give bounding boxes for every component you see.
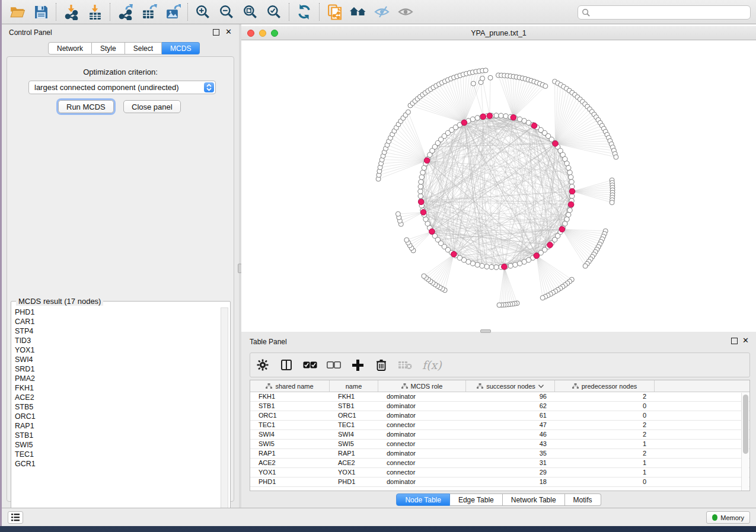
- table-row[interactable]: ACE2ACE2connector311: [250, 459, 749, 468]
- network-node[interactable]: [418, 194, 423, 198]
- clone-network-button[interactable]: [323, 2, 346, 21]
- leaf-node[interactable]: [483, 68, 488, 73]
- network-node[interactable]: [475, 262, 480, 267]
- mcds-hub-node[interactable]: [547, 242, 553, 248]
- leaf-node[interactable]: [488, 75, 493, 80]
- leaf-node[interactable]: [422, 274, 426, 278]
- column-header-shared-name[interactable]: shared name: [250, 380, 330, 392]
- mcds-hub-node[interactable]: [531, 123, 537, 129]
- close-panel-icon[interactable]: ✕: [225, 28, 232, 36]
- column-header-name[interactable]: name: [330, 380, 378, 392]
- hide-selected-button[interactable]: [370, 2, 394, 21]
- network-node[interactable]: [489, 265, 494, 270]
- network-node[interactable]: [499, 113, 503, 118]
- table-row[interactable]: FKH1FKH1dominator962: [250, 392, 749, 402]
- mcds-hub-node[interactable]: [568, 201, 574, 207]
- mcds-hub-node[interactable]: [534, 253, 540, 259]
- import-network-button[interactable]: [59, 2, 83, 21]
- table-row[interactable]: SWI5SWI5connector431: [250, 440, 749, 449]
- delete-column-button[interactable]: [374, 357, 389, 373]
- table-row[interactable]: RAP1RAP1dominator352: [250, 449, 749, 459]
- table-row[interactable]: PHD1PHD1dominator180: [250, 477, 749, 487]
- network-node[interactable]: [569, 180, 574, 184]
- column-header-predecessor-nodes[interactable]: predecessor nodes: [555, 380, 655, 392]
- network-node[interactable]: [566, 165, 571, 170]
- tab-network-table[interactable]: Network Table: [503, 493, 565, 506]
- table-options-button[interactable]: [255, 357, 270, 373]
- leaf-node[interactable]: [583, 264, 588, 268]
- table-row[interactable]: STB1STB1dominator620: [250, 402, 749, 411]
- show-column-button[interactable]: [279, 357, 294, 373]
- zoom-fit-button[interactable]: [238, 2, 262, 21]
- network-node[interactable]: [569, 175, 573, 180]
- network-node[interactable]: [508, 264, 513, 268]
- mcds-hub-node[interactable]: [502, 264, 508, 270]
- column-header-mcds-role[interactable]: MCDS role: [378, 380, 466, 392]
- criterion-dropdown[interactable]: largest connected component (undirected): [28, 81, 216, 94]
- export-network-button[interactable]: [113, 2, 137, 21]
- table-scrollbar-thumb[interactable]: [743, 395, 748, 454]
- mcds-hub-node[interactable]: [480, 114, 486, 120]
- run-mcds-button[interactable]: Run MCDS: [58, 100, 114, 113]
- mcds-hub-node[interactable]: [569, 188, 575, 194]
- network-node[interactable]: [494, 113, 499, 118]
- leaf-node[interactable]: [540, 296, 545, 300]
- select-all-rows-button[interactable]: [302, 357, 318, 373]
- leaf-node[interactable]: [395, 211, 400, 216]
- network-node[interactable]: [567, 208, 572, 213]
- task-history-button[interactable]: [8, 511, 23, 524]
- mcds-hub-node[interactable]: [451, 251, 457, 257]
- export-image-button[interactable]: [161, 2, 184, 21]
- mcds-hub-node[interactable]: [424, 158, 430, 164]
- table-row[interactable]: YOX1YOX1connector291: [250, 468, 749, 477]
- tab-edge-table[interactable]: Edge Table: [450, 493, 503, 506]
- tab-node-table[interactable]: Node Table: [396, 493, 450, 506]
- mcds-result-list[interactable]: PHD1CAR1STP4TID3YOX1SWI4SRD1PMA2FKH1ACE2…: [12, 307, 221, 518]
- search-input[interactable]: [578, 5, 751, 20]
- mcds-hub-node[interactable]: [559, 226, 565, 232]
- import-table-button[interactable]: [83, 2, 107, 21]
- show-hidden-button[interactable]: [394, 2, 417, 21]
- table-row[interactable]: SWI4SWI4dominator462: [250, 430, 749, 440]
- export-table-button[interactable]: [137, 2, 161, 21]
- network-node[interactable]: [480, 264, 484, 268]
- mcds-hub-node[interactable]: [418, 199, 424, 205]
- leaf-node[interactable]: [406, 110, 410, 114]
- mcds-hub-node[interactable]: [487, 113, 493, 119]
- network-node[interactable]: [419, 180, 423, 184]
- leaf-node[interactable]: [480, 76, 485, 81]
- network-node[interactable]: [494, 265, 499, 270]
- open-file-button[interactable]: [5, 2, 29, 21]
- leaf-node[interactable]: [543, 84, 548, 88]
- tab-style[interactable]: Style: [92, 42, 125, 55]
- network-node[interactable]: [419, 175, 424, 180]
- mcds-hub-node[interactable]: [511, 115, 516, 121]
- column-header-successor-nodes[interactable]: successor nodes: [466, 380, 555, 392]
- table-row[interactable]: ORC1ORC1dominator610: [250, 411, 749, 421]
- table-scrollbar[interactable]: [741, 393, 749, 491]
- zoom-in-button[interactable]: [191, 2, 215, 21]
- network-node[interactable]: [475, 116, 480, 120]
- network-node[interactable]: [484, 264, 489, 269]
- mcds-list-scrollbar[interactable]: [221, 307, 228, 518]
- float-panel-icon[interactable]: [731, 338, 738, 344]
- tab-network[interactable]: Network: [48, 42, 92, 55]
- mcds-hub-node[interactable]: [553, 141, 559, 147]
- network-node[interactable]: [513, 262, 518, 267]
- tab-motifs[interactable]: Motifs: [565, 493, 601, 506]
- network-node[interactable]: [517, 261, 522, 266]
- close-panel-icon[interactable]: ✕: [742, 336, 749, 344]
- save-session-button[interactable]: [29, 2, 53, 21]
- leaf-node[interactable]: [497, 303, 502, 307]
- network-window-titlebar[interactable]: YPA_prune.txt_1: [241, 26, 756, 40]
- network-node[interactable]: [470, 117, 475, 121]
- network-node[interactable]: [420, 170, 425, 175]
- network-canvas-svg[interactable]: [241, 40, 756, 332]
- mcds-hub-node[interactable]: [420, 210, 426, 216]
- leaf-node[interactable]: [471, 81, 476, 86]
- table-row[interactable]: TEC1TEC1connector472: [250, 421, 749, 430]
- tab-mcds[interactable]: MCDS: [162, 42, 200, 55]
- mcds-hub-node[interactable]: [429, 229, 435, 235]
- tab-select[interactable]: Select: [125, 42, 162, 55]
- network-node[interactable]: [503, 114, 508, 118]
